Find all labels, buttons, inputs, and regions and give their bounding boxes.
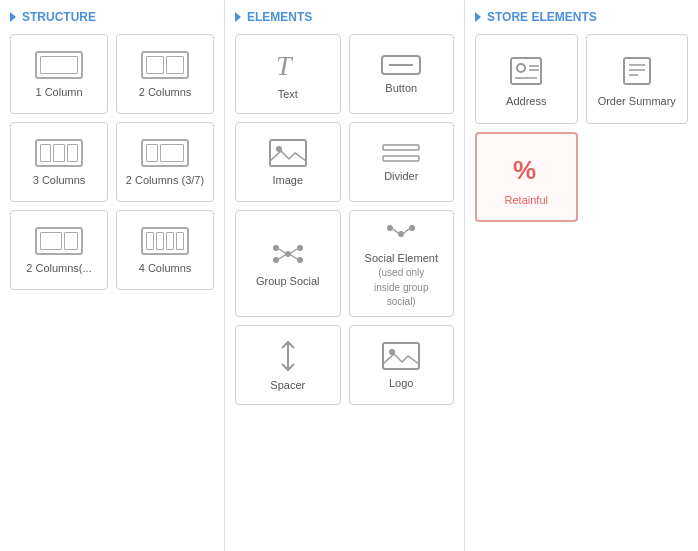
svg-point-25 [517, 64, 525, 72]
elements-title: ELEMENTS [247, 10, 312, 24]
svg-rect-22 [383, 343, 419, 369]
elements-collapse-icon[interactable] [235, 12, 241, 22]
2-columns-label: 2 Columns [139, 85, 192, 99]
svg-line-15 [291, 255, 297, 259]
text-label: Text [278, 87, 298, 101]
structure-grid: 1 Column 2 Columns 3 Columns 2 Columns (… [10, 34, 214, 290]
svg-text:T: T [276, 50, 294, 81]
structure-item-4-columns[interactable]: 4 Columns [116, 210, 214, 290]
address-icon [509, 56, 543, 89]
group-social-label: Group Social [256, 274, 320, 288]
svg-point-17 [387, 225, 393, 231]
svg-text:%: % [513, 155, 536, 185]
store-item-order-summary[interactable]: Order Summary [586, 34, 689, 124]
svg-point-8 [273, 245, 279, 251]
element-divider[interactable]: Divider [349, 122, 455, 202]
image-label: Image [272, 173, 303, 187]
logo-label: Logo [389, 376, 413, 390]
svg-line-20 [404, 229, 409, 233]
social-icon [386, 221, 416, 247]
svg-rect-3 [270, 140, 306, 166]
structure-item-1-column[interactable]: 1 Column [10, 34, 108, 114]
svg-point-11 [297, 257, 303, 263]
order-summary-label: Order Summary [598, 95, 676, 107]
store-header: STORE ELEMENTS [475, 10, 688, 24]
element-group-social[interactable]: Group Social [235, 210, 341, 317]
svg-rect-29 [624, 58, 650, 84]
2-columns-37-label: 2 Columns (3/7) [126, 173, 204, 187]
svg-line-14 [279, 255, 285, 259]
svg-point-7 [285, 251, 291, 257]
structure-header: STRUCTURE [10, 10, 214, 24]
svg-line-19 [393, 229, 398, 233]
structure-item-2-columns-left[interactable]: 2 Columns(... [10, 210, 108, 290]
element-spacer[interactable]: Spacer [235, 325, 341, 405]
button-label: Button [385, 81, 417, 95]
svg-rect-5 [383, 145, 419, 150]
social-element-label: Social Element(used onlyinside groupsoci… [365, 251, 438, 308]
spacer-label: Spacer [270, 378, 305, 392]
store-collapse-icon[interactable] [475, 12, 481, 22]
svg-point-18 [409, 225, 415, 231]
1-column-label: 1 Column [35, 85, 82, 99]
2-columns-left-icon [35, 227, 83, 255]
logo-icon [382, 342, 420, 370]
element-text[interactable]: T Text [235, 34, 341, 114]
svg-line-12 [279, 249, 285, 253]
structure-panel: STRUCTURE 1 Column 2 Columns 3 Columns [0, 0, 225, 551]
store-grid: Address Order Summary % Retainful [475, 34, 688, 222]
element-button[interactable]: Button [349, 34, 455, 114]
retainful-label: Retainful [505, 194, 548, 206]
divider-label: Divider [384, 169, 418, 183]
address-label: Address [506, 95, 546, 107]
svg-rect-24 [511, 58, 541, 84]
store-item-retainful[interactable]: % Retainful [475, 132, 578, 222]
structure-item-2-columns-37[interactable]: 2 Columns (3/7) [116, 122, 214, 202]
divider-icon [382, 143, 420, 163]
svg-point-16 [398, 231, 404, 237]
svg-point-10 [273, 257, 279, 263]
elements-grid: T Text Button Ima [235, 34, 454, 405]
structure-item-2-columns[interactable]: 2 Columns [116, 34, 214, 114]
element-social[interactable]: Social Element(used onlyinside groupsoci… [349, 210, 455, 317]
image-icon [269, 139, 307, 167]
2-columns-37-icon [141, 139, 189, 167]
structure-item-3-columns[interactable]: 3 Columns [10, 122, 108, 202]
elements-header: ELEMENTS [235, 10, 454, 24]
element-image[interactable]: Image [235, 122, 341, 202]
2-columns-left-label: 2 Columns(... [26, 261, 91, 275]
order-summary-icon [622, 56, 652, 89]
structure-title: STRUCTURE [22, 10, 96, 24]
svg-line-13 [291, 249, 297, 253]
spacer-icon [277, 340, 299, 372]
svg-point-9 [297, 245, 303, 251]
svg-rect-6 [383, 156, 419, 161]
group-social-icon [271, 240, 305, 268]
text-icon: T [272, 49, 304, 81]
4-columns-label: 4 Columns [139, 261, 192, 275]
store-title: STORE ELEMENTS [487, 10, 597, 24]
element-logo[interactable]: Logo [349, 325, 455, 405]
store-item-address[interactable]: Address [475, 34, 578, 124]
2-columns-icon [141, 51, 189, 79]
1-column-icon [35, 51, 83, 79]
store-panel: STORE ELEMENTS Address [465, 0, 698, 551]
4-columns-icon [141, 227, 189, 255]
3-columns-icon [35, 139, 83, 167]
3-columns-label: 3 Columns [33, 173, 86, 187]
structure-collapse-icon[interactable] [10, 12, 16, 22]
elements-panel: ELEMENTS T Text Button [225, 0, 465, 551]
button-icon [381, 55, 421, 75]
retainful-icon: % [510, 153, 542, 188]
